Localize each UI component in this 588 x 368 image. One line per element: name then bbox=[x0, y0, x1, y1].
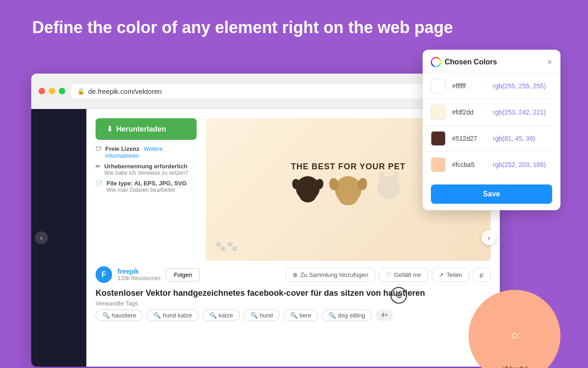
like-label: Gefällt mir bbox=[394, 271, 421, 278]
color-row-1: #fdf2dd rgb(253, 242, 221) bbox=[423, 99, 560, 126]
panel-title: Chosen Colors bbox=[431, 57, 497, 67]
collection-button[interactable]: ⊕ Zu Sammlung hinzufügen bbox=[286, 268, 375, 282]
search-icon: 🔍 bbox=[209, 312, 217, 319]
filetype-sub: Wie man Dateien bearbeitet bbox=[107, 187, 187, 193]
author-sub: 133k Ressourcen bbox=[118, 275, 160, 282]
search-icon: 🔍 bbox=[102, 312, 110, 319]
color-row-3: #fccba5 rgb(252, 203, 165) bbox=[423, 152, 560, 178]
page-title: Kostenloser Vektor handgezeichnetes face… bbox=[96, 288, 491, 298]
tags-label: Verwandte Tags bbox=[96, 300, 491, 307]
color-swatch-0 bbox=[431, 79, 446, 93]
color-swatch-3 bbox=[431, 157, 446, 172]
action-buttons: ⊕ Zu Sammlung hinzufügen ♡ Gefällt mir ↗… bbox=[286, 268, 491, 282]
filetype-row: 📄 File type: AI, EPS, JPG, SVG Wie man D… bbox=[96, 180, 197, 193]
file-icon: 📄 bbox=[96, 180, 103, 187]
paw-prints-decoration-2: 🐾🐾 bbox=[215, 241, 238, 252]
color-rgb-1: rgb(253, 242, 221) bbox=[493, 109, 546, 116]
color-swatch-1 bbox=[431, 105, 446, 120]
author-name[interactable]: freepik bbox=[118, 268, 160, 275]
author-row: F freepik 133k Ressourcen Folgen ⊕ Zu Sa… bbox=[96, 266, 491, 283]
dog-illustration-1 bbox=[289, 176, 326, 218]
circle-dot bbox=[512, 333, 517, 339]
collection-icon: ⊕ bbox=[293, 271, 298, 278]
tag-katze[interactable]: 🔍 katze bbox=[203, 310, 240, 321]
pinterest-button[interactable]: 𝕡 bbox=[473, 268, 491, 282]
color-hex-0: #ffffff bbox=[452, 82, 486, 90]
shield-icon: 🛡 bbox=[96, 145, 102, 152]
author-avatar: F bbox=[96, 266, 112, 283]
url-text: de.freepik.com/vektoren bbox=[88, 87, 162, 95]
share-label: Teilen bbox=[447, 271, 462, 278]
chosen-colors-panel: Chosen Colors × #ffffff rgb(255, 255, 25… bbox=[423, 50, 560, 210]
save-button-wrap: Save bbox=[423, 178, 560, 210]
site-sidebar: ‹ bbox=[31, 109, 86, 367]
color-row-0: #ffffff rgb(255, 255, 255) bbox=[423, 73, 560, 99]
site-info: 🛡 Freie Lizenz Weitere Informationen ✏ U… bbox=[96, 140, 197, 202]
traffic-light-red[interactable] bbox=[39, 88, 45, 94]
color-row-2: #512d27 rgb(81, 45, 39) bbox=[423, 126, 560, 152]
color-swatch-2 bbox=[431, 131, 446, 146]
color-rgb-2: rgb(81, 45, 39) bbox=[493, 135, 535, 142]
traffic-light-green[interactable] bbox=[59, 88, 65, 94]
eyedropper-cursor: ⊕ bbox=[390, 287, 407, 304]
address-bar[interactable]: 🔒 de.freepik.com/vektoren bbox=[71, 84, 445, 98]
dog-illustration-3 bbox=[370, 176, 407, 218]
pinterest-icon: 𝕡 bbox=[480, 271, 484, 278]
tags-row: 🔍 haustiere 🔍 hund katze 🔍 katze 🔍 hund … bbox=[96, 310, 491, 321]
attribution-sub: Wie habe ich Verweise zu setzen? bbox=[104, 170, 188, 176]
tag-haustiere[interactable]: 🔍 haustiere bbox=[96, 310, 143, 321]
license-label: Freie Lizenz bbox=[105, 145, 139, 152]
color-rgb-0: rgb(255, 255, 255) bbox=[493, 82, 546, 90]
attribution-row: ✏ Urhebernennung erforderlich Wie habe i… bbox=[96, 163, 197, 176]
left-column: ⬇ Herunterladen 🛡 Freie Lizenz Weitere I… bbox=[96, 118, 197, 261]
page-headline: Define the color of any element right on… bbox=[0, 0, 588, 51]
panel-close-button[interactable]: × bbox=[547, 58, 552, 66]
tags-more[interactable]: 4+ bbox=[376, 310, 394, 321]
tag-hund[interactable]: 🔍 hund bbox=[243, 310, 280, 321]
nav-arrow-left[interactable]: ‹ bbox=[35, 231, 48, 244]
tag-dogsitting[interactable]: 🔍 dog sitting bbox=[322, 310, 372, 321]
panel-color-wheel-icon bbox=[431, 57, 441, 67]
pets-row bbox=[289, 176, 407, 218]
filetype-label: File type: AI, EPS, JPG, SVG bbox=[107, 180, 187, 187]
panel-title-text: Chosen Colors bbox=[445, 58, 497, 66]
pet-banner-title: THE BEST FOR YOUR PET bbox=[291, 162, 406, 172]
download-label: Herunterladen bbox=[116, 125, 166, 133]
heart-icon: ♡ bbox=[386, 271, 391, 278]
search-icon: 🔍 bbox=[153, 312, 161, 319]
author-info: freepik 133k Ressourcen bbox=[118, 268, 160, 282]
download-button[interactable]: ⬇ Herunterladen bbox=[96, 118, 197, 140]
search-icon: 🔍 bbox=[328, 312, 336, 319]
share-icon: ↗ bbox=[439, 271, 444, 278]
search-icon: 🔍 bbox=[250, 312, 258, 319]
share-button[interactable]: ↗ Teilen bbox=[432, 268, 469, 282]
like-button[interactable]: ♡ Gefällt mir bbox=[379, 268, 428, 282]
circle-color-code: #fdae8d bbox=[502, 365, 528, 368]
attribution-label: Urhebernennung erforderlich bbox=[104, 163, 187, 170]
follow-button[interactable]: Folgen bbox=[166, 268, 200, 282]
color-hex-3: #fccba5 bbox=[452, 161, 486, 168]
nav-arrow-right[interactable]: › bbox=[481, 230, 496, 245]
traffic-lights bbox=[39, 88, 65, 94]
tag-hundkatze[interactable]: 🔍 hund katze bbox=[147, 310, 199, 321]
search-icon: 🔍 bbox=[290, 312, 298, 319]
lock-icon: 🔒 bbox=[77, 88, 85, 95]
collection-label: Zu Sammlung hinzufügen bbox=[300, 271, 368, 278]
traffic-light-yellow[interactable] bbox=[49, 88, 55, 94]
dog-illustration-2 bbox=[330, 176, 367, 218]
save-button[interactable]: Save bbox=[431, 184, 552, 204]
color-hex-1: #fdf2dd bbox=[452, 109, 486, 116]
download-icon: ⬇ bbox=[107, 125, 113, 133]
eyedropper-icon: ⊕ bbox=[390, 287, 407, 304]
color-rgb-3: rgb(252, 203, 165) bbox=[493, 161, 546, 168]
color-hex-2: #512d27 bbox=[452, 135, 486, 142]
tag-tiere[interactable]: 🔍 tiere bbox=[283, 310, 318, 321]
attribution-icon: ✏ bbox=[96, 163, 101, 170]
license-row: 🛡 Freie Lizenz Weitere Informationen bbox=[96, 145, 197, 159]
panel-header: Chosen Colors × bbox=[423, 50, 560, 73]
